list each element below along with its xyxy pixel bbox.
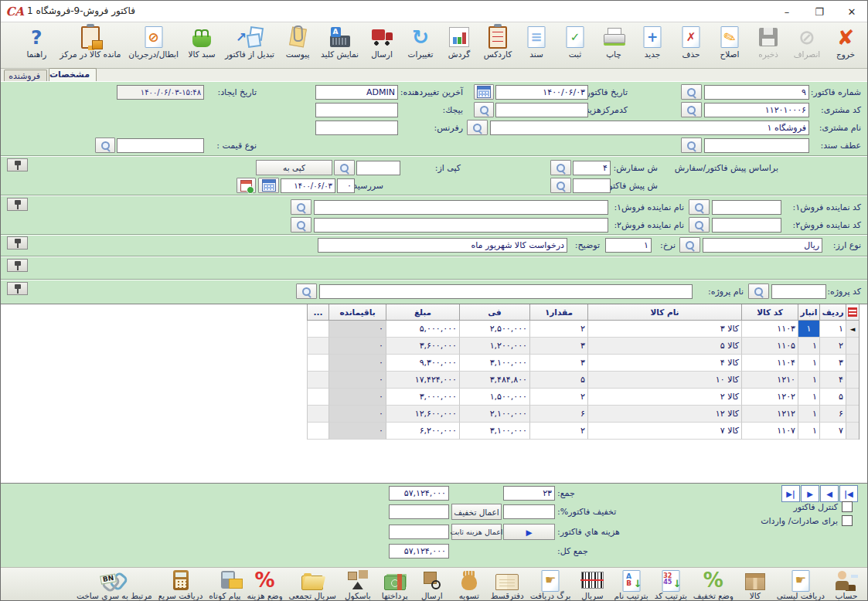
turnover-button[interactable]: گردش xyxy=(440,24,478,67)
cell-extra[interactable] xyxy=(307,423,328,440)
cell-row-no[interactable]: ۲ xyxy=(819,338,846,355)
cell-store[interactable]: ۱ xyxy=(798,372,819,389)
cell-unit-price[interactable]: ۳,۱۰۰,۰۰۰ xyxy=(459,355,529,372)
quick-receive-button[interactable]: دریافت سریع xyxy=(155,569,206,601)
cell-item-name[interactable]: کالا ۱۰ xyxy=(587,372,741,389)
pin-section-button[interactable] xyxy=(7,198,28,211)
due-date-today-button[interactable] xyxy=(237,178,256,193)
grid-column-header[interactable]: ردیف xyxy=(819,304,846,321)
cost-center-field[interactable] xyxy=(495,103,588,117)
grid-column-header[interactable]: انبار xyxy=(798,304,819,321)
invoice-discount-field[interactable] xyxy=(503,504,555,519)
cell-amount[interactable]: ۵,۰۰۰,۰۰۰ xyxy=(386,321,459,338)
cell-row-no[interactable]: ۷ xyxy=(819,423,846,440)
cell-store[interactable]: ۱ xyxy=(798,423,819,440)
dispatch-button[interactable]: ارسال xyxy=(414,569,451,601)
copy-to-button[interactable]: کپی به xyxy=(256,160,332,175)
cell-remaining[interactable]: ۰ xyxy=(328,355,386,372)
send-button[interactable]: ارسال xyxy=(363,24,401,67)
cell-remaining[interactable]: ۰ xyxy=(328,372,386,389)
agent2-code-field[interactable] xyxy=(712,218,781,233)
cell-amount[interactable]: ۹,۳۰۰,۰۰۰ xyxy=(386,355,459,372)
nav-prev-button[interactable]: ◀ xyxy=(820,485,839,502)
cell-unit-price[interactable]: ۳,۴۸۴,۸۰۰ xyxy=(459,372,529,389)
cost-center-search-button[interactable] xyxy=(474,102,494,117)
copy-from-search-button[interactable] xyxy=(334,160,355,175)
cell-remaining[interactable]: ۰ xyxy=(328,338,386,355)
grid-column-header[interactable]: مبلغ xyxy=(386,304,459,321)
void-pending-button[interactable]: ⊘ابطال/درجریان xyxy=(124,24,182,67)
account-button[interactable]: حساب xyxy=(828,569,865,601)
agent2-name-search-button[interactable] xyxy=(291,217,311,233)
nav-next-button[interactable]: ▶ xyxy=(801,485,819,502)
grid-column-header[interactable]: مقدار۱ xyxy=(529,304,587,321)
order-no-field[interactable]: ۴ xyxy=(573,161,611,175)
new-button[interactable]: +جدید xyxy=(633,24,672,67)
cell-unit-price[interactable]: ۱,۵۰۰,۰۰۰ xyxy=(459,389,529,406)
currency-search-button[interactable] xyxy=(679,237,700,253)
cell-remaining[interactable]: ۰ xyxy=(328,423,386,440)
cell-quantity[interactable]: ۶ xyxy=(529,406,587,423)
due-days-field[interactable]: ۰ xyxy=(337,178,355,193)
row-selector[interactable] xyxy=(846,423,859,440)
convert-from-invoice-button[interactable]: ↗تبدیل از فاکتور xyxy=(221,24,278,67)
currency-field[interactable]: ریال xyxy=(703,238,822,253)
discount-status-button[interactable]: %وضع تخفیف xyxy=(690,569,737,601)
cell-extra[interactable] xyxy=(307,338,328,355)
bulk-serial-button[interactable]: سریال تجمعی xyxy=(285,569,339,601)
cell-amount[interactable]: ۳,۶۰۰,۰۰۰ xyxy=(386,338,459,355)
cell-unit-price[interactable]: ۱,۲۰۰,۰۰۰ xyxy=(459,338,529,355)
rate-field[interactable]: ۱ xyxy=(605,238,652,253)
row-selector[interactable] xyxy=(846,372,859,389)
project-name-field[interactable] xyxy=(319,284,693,299)
cell-item-code[interactable]: ۱۲۱۲ xyxy=(741,406,798,423)
due-date-calendar-button[interactable] xyxy=(258,178,279,193)
copy-from-field[interactable] xyxy=(356,161,400,175)
items-grid[interactable]: ردیفانبارکد کالانام کالامقدار۱فیمبلغباقی… xyxy=(307,304,859,440)
cell-amount[interactable]: ۱۲,۶۰۰,۰۰۰ xyxy=(386,406,459,423)
grid-column-header[interactable]: کد کالا xyxy=(741,304,798,321)
cell-store[interactable]: ۱ xyxy=(798,389,819,406)
cell-store[interactable]: ۱ xyxy=(798,406,819,423)
doc-ref-search-button[interactable] xyxy=(681,138,702,153)
cell-unit-price[interactable]: ۳,۱۰۰,۰۰۰ xyxy=(459,423,529,440)
cell-row-no[interactable]: ۱ xyxy=(819,321,846,338)
agent2-name-field[interactable] xyxy=(314,218,608,233)
customer-name-search-button[interactable] xyxy=(467,120,488,135)
cell-remaining[interactable]: ۰ xyxy=(328,389,386,406)
charges-expand-button[interactable]: ▶ xyxy=(503,524,555,540)
pin-section-button[interactable] xyxy=(7,236,28,250)
voucher-button[interactable]: ≡سند xyxy=(517,24,556,67)
sms-button[interactable]: پیام کوتاه xyxy=(206,569,243,601)
cell-item-name[interactable]: کالا ۳ xyxy=(587,321,741,338)
batch-link-button[interactable]: BNمرتبط به سري ساخت xyxy=(73,569,155,601)
sort-by-code-button[interactable]: ↓بترتیب کد xyxy=(652,569,690,601)
proforma-no-search-button[interactable] xyxy=(550,178,571,193)
invoice-no-field[interactable]: ۹ xyxy=(704,85,809,100)
cell-item-code[interactable]: ۱۱۰۵ xyxy=(741,338,798,355)
project-name-search-button[interactable] xyxy=(296,284,317,299)
payments-button[interactable]: پرداختها xyxy=(376,569,414,601)
show-keys-button[interactable]: نمایش کلید xyxy=(317,24,363,67)
nav-first-button[interactable]: |◀ xyxy=(839,485,858,502)
post-button[interactable]: ✓ثبت xyxy=(556,24,594,67)
cell-amount[interactable]: ۶,۲۰۰,۰۰۰ xyxy=(386,423,459,440)
cell-row-no[interactable]: ۳ xyxy=(819,355,846,372)
invoice-no-search-button[interactable] xyxy=(681,84,702,100)
edit-button[interactable]: ✎اصلاح xyxy=(710,24,749,67)
maximize-button[interactable]: ❐ xyxy=(804,1,835,22)
cell-quantity[interactable]: ۲ xyxy=(529,423,587,440)
cell-quantity[interactable]: ۵ xyxy=(529,372,587,389)
cell-item-code[interactable]: ۱۲۱۰ xyxy=(741,372,798,389)
customer-name-field[interactable]: فروشگاه ۱ xyxy=(490,121,809,135)
tab-details[interactable]: مشخصات xyxy=(49,68,97,81)
goods-button[interactable]: کالا xyxy=(737,569,774,601)
cell-quantity[interactable]: ۳ xyxy=(529,355,587,372)
agent1-code-search-button[interactable] xyxy=(689,199,710,215)
cell-amount[interactable]: ۱۷,۴۲۴,۰۰۰ xyxy=(386,372,459,389)
help-button[interactable]: ?راهنما xyxy=(17,24,56,67)
cell-item-name[interactable]: کالا ۷ xyxy=(587,423,741,440)
grid-column-header[interactable]: ... xyxy=(307,304,328,321)
agent2-code-search-button[interactable] xyxy=(689,217,710,233)
due-date-field[interactable]: ۱۴۰۰/۰۶/۰۳ xyxy=(281,178,335,193)
